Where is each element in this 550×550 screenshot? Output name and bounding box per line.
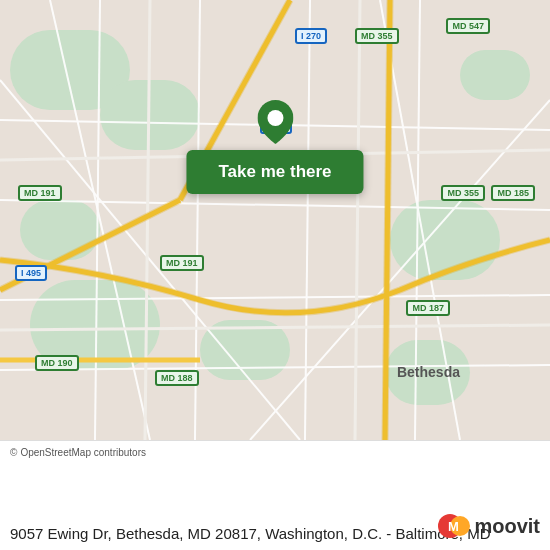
moovit-icon: M: [438, 510, 470, 542]
svg-line-13: [0, 325, 550, 330]
highway-badge-md188: MD 188: [155, 370, 199, 386]
svg-line-2: [0, 295, 550, 300]
osm-credit: © OpenStreetMap contributors: [10, 447, 540, 458]
highway-badge-md547: MD 547: [446, 18, 490, 34]
highway-badge-i495: I 495: [15, 265, 47, 281]
info-bar: © OpenStreetMap contributors 9057 Ewing …: [0, 440, 550, 550]
highway-badge-md185: MD 185: [491, 185, 535, 201]
bethesda-label: Bethesda: [397, 364, 460, 380]
osm-credit-text: OpenStreetMap contributors: [20, 447, 146, 458]
map-pin-icon: [257, 100, 293, 144]
highway-badge-md191-left: MD 191: [18, 185, 62, 201]
cta-container: Take me there: [186, 100, 363, 194]
highway-badge-md355-mid: MD 355: [441, 185, 485, 201]
moovit-logo: M moovit: [438, 510, 540, 542]
highway-badge-md355-top: MD 355: [355, 28, 399, 44]
map-container: Bethesda I 270 MD 355 MD 547 MD 191 I 27…: [0, 0, 550, 440]
highway-badge-md191-mid: MD 191: [160, 255, 204, 271]
take-me-there-button[interactable]: Take me there: [186, 150, 363, 194]
svg-line-1: [0, 200, 550, 210]
highway-badge-md187: MD 187: [406, 300, 450, 316]
road-network: [0, 0, 550, 440]
copyright-symbol: ©: [10, 447, 17, 458]
svg-line-3: [0, 365, 550, 370]
highway-badge-i270-top: I 270: [295, 28, 327, 44]
moovit-text: moovit: [474, 515, 540, 538]
highway-badge-md190: MD 190: [35, 355, 79, 371]
svg-line-15: [355, 0, 360, 440]
svg-text:M: M: [448, 519, 459, 534]
svg-point-23: [267, 110, 283, 126]
svg-line-22: [385, 0, 390, 440]
